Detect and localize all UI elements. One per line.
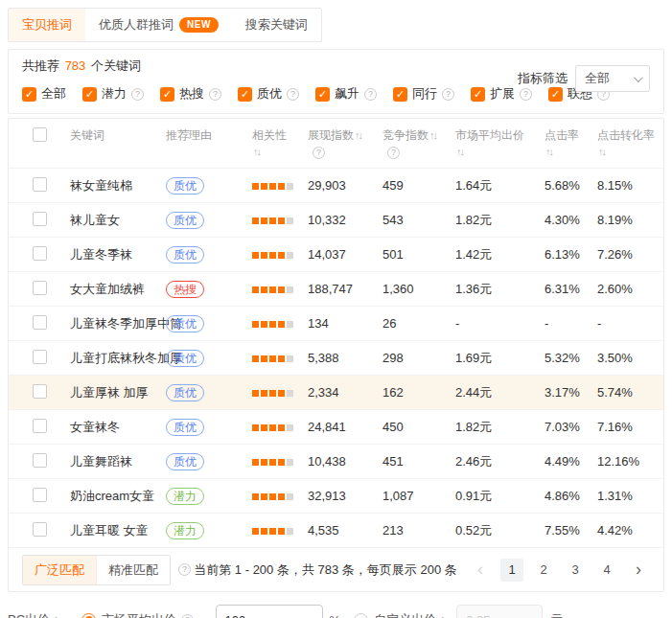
row-checkbox[interactable] <box>33 488 47 502</box>
table-row[interactable]: 儿童袜冬季加厚中筒 质优 134 26 - - - <box>9 306 663 340</box>
relevance-square <box>278 217 285 224</box>
page-number-4[interactable]: 4 <box>595 559 618 582</box>
page-number-1[interactable]: 1 <box>500 559 523 582</box>
tab-crowd-keywords[interactable]: 优质人群推词 NEW <box>85 9 232 41</box>
table-row[interactable]: 儿童冬季袜 质优 14,037 501 1.42元 6.13% 7.26% <box>9 237 663 271</box>
select-all-checkbox[interactable] <box>33 127 47 142</box>
table-row[interactable]: 儿童打底袜秋冬加厚 质优 5,388 298 1.69元 5.32% 3.50% <box>9 340 663 375</box>
pc-bid-label: PC出价： <box>8 611 62 618</box>
cvr-cell: 12.16% <box>597 454 663 469</box>
filter-checkbox[interactable]: ✓ 全部 <box>22 85 66 103</box>
help-icon[interactable]: ? <box>313 147 325 159</box>
filter-checkbox-label: 全部 <box>41 85 66 103</box>
col-ctr[interactable]: 点击率 ↑↓ <box>545 127 597 160</box>
filter-checkbox[interactable]: ✓ 潜力 ? <box>82 85 144 103</box>
keyword-cell: 儿童冬季袜 <box>70 246 166 263</box>
row-checkbox[interactable] <box>33 419 47 433</box>
help-icon[interactable]: ? <box>131 88 144 101</box>
checkbox-checked-icon[interactable]: ✓ <box>82 87 97 102</box>
sort-icon[interactable]: ↑↓ <box>598 146 605 157</box>
cvr-cell: 8.19% <box>597 213 663 227</box>
row-checkbox[interactable] <box>33 246 47 261</box>
competition-cell: 298 <box>382 351 455 365</box>
bid-percent-input[interactable] <box>216 605 323 618</box>
relevance-square <box>269 321 276 328</box>
market-bid-radio[interactable] <box>81 613 96 618</box>
filter-checkbox[interactable]: ✓ 热搜 ? <box>160 85 221 103</box>
broad-match-button[interactable]: 广泛匹配 <box>23 556 96 584</box>
avg-bid-cell: 1.82元 <box>455 419 545 436</box>
exact-match-button[interactable]: 精准匹配 <box>96 556 170 584</box>
table-row[interactable]: 袜女童纯棉 质优 29,903 459 1.64元 5.68% 8.15% <box>9 168 663 202</box>
sort-icon[interactable]: ↑↓ <box>456 146 463 157</box>
col-keyword[interactable]: 关键词 <box>70 127 166 144</box>
help-icon[interactable]: ? <box>364 88 377 101</box>
table-row[interactable]: 女大童加绒裤 热搜 188,747 1,360 1.36元 6.31% 2.60… <box>9 271 663 306</box>
filter-checkbox[interactable]: ✓ 同行 ? <box>393 85 454 103</box>
col-avg-bid[interactable]: 市场平均出价 ↑↓ <box>455 127 545 160</box>
filter-checkbox[interactable]: ✓ 飙升 ? <box>315 85 377 103</box>
tab-item-recommend[interactable]: 宝贝推词 <box>9 9 85 41</box>
checkbox-checked-icon[interactable]: ✓ <box>315 87 330 102</box>
custom-bid-radio[interactable] <box>354 613 368 618</box>
table-row[interactable]: 儿童厚袜 加厚 质优 2,334 162 2.44元 3.17% 5.74% <box>9 375 663 409</box>
help-icon[interactable]: ? <box>209 88 221 101</box>
table-row[interactable]: 奶油cream女童 潜力 32,913 1,087 0.91元 4.86% 1.… <box>9 478 663 513</box>
filter-checkbox[interactable]: ✓ 质优 ? <box>238 85 299 103</box>
table-row[interactable]: 儿童耳暖 女童 潜力 4,535 213 0.52元 7.55% 4.42% <box>9 513 663 547</box>
relevance-square <box>261 493 267 500</box>
checkbox-checked-icon[interactable]: ✓ <box>22 87 36 102</box>
metric-filter-select[interactable]: 全部 <box>575 65 650 92</box>
help-icon[interactable]: ? <box>387 147 400 159</box>
reason-badge: 潜力 <box>166 522 204 539</box>
col-cvr[interactable]: 点击转化率 ↑↓ <box>597 127 663 160</box>
row-checkbox[interactable] <box>33 384 47 399</box>
relevance-square <box>252 321 259 328</box>
relevance-square <box>278 252 285 259</box>
checkbox-checked-icon[interactable]: ✓ <box>238 87 252 102</box>
table-row[interactable]: 儿童舞蹈袜 质优 10,438 451 2.46元 4.49% 12.16% <box>9 444 663 478</box>
sort-icon[interactable]: ↑↓ <box>355 129 361 141</box>
help-icon[interactable]: ? <box>287 88 299 101</box>
checkbox-checked-icon[interactable]: ✓ <box>471 87 485 102</box>
sort-icon[interactable]: ↑↓ <box>253 146 260 157</box>
help-icon[interactable]: ? <box>178 563 191 576</box>
avg-bid-cell: 1.69元 <box>455 350 545 367</box>
next-page-icon[interactable]: › <box>627 559 650 582</box>
checkbox-checked-icon[interactable]: ✓ <box>160 87 174 102</box>
page-number-3[interactable]: 3 <box>564 559 587 582</box>
row-checkbox[interactable] <box>33 350 47 364</box>
keyword-cell: 袜儿童女 <box>70 212 166 229</box>
relevance-square <box>278 424 285 431</box>
row-checkbox[interactable] <box>33 212 47 226</box>
impression-cell: 14,037 <box>308 247 382 262</box>
row-checkbox[interactable] <box>33 453 47 468</box>
col-impression[interactable]: 展现指数↑↓ ? <box>308 127 382 160</box>
table-row[interactable]: 袜儿童女 质优 10,332 543 1.82元 4.30% 8.19% <box>9 202 663 237</box>
filter-checkbox-label: 飙升 <box>335 85 359 103</box>
table-row[interactable]: 女童袜冬 质优 24,841 450 1.82元 7.03% 7.16% <box>9 409 663 444</box>
col-relevance[interactable]: 相关性 ↑↓ <box>252 127 308 160</box>
sort-icon[interactable]: ↑↓ <box>429 129 436 141</box>
checkbox-checked-icon[interactable]: ✓ <box>393 87 407 102</box>
page-number-2[interactable]: 2 <box>532 559 555 582</box>
keyword-cell: 儿童厚袜 加厚 <box>70 384 166 401</box>
sort-icon[interactable]: ↑↓ <box>545 146 552 157</box>
row-checkbox[interactable] <box>33 522 47 537</box>
pagination-info: 当前第 1 - 200 条，共 783 条，每页展示 200 条 <box>191 561 460 579</box>
help-icon[interactable]: ? <box>181 614 194 618</box>
impression-cell: 188,747 <box>308 282 382 296</box>
tab-search-keywords[interactable]: 搜索关键词 <box>232 9 321 41</box>
cvr-cell: 7.26% <box>597 247 663 262</box>
prev-page-icon[interactable]: ‹ <box>469 559 492 582</box>
ctr-cell: 6.31% <box>545 282 597 296</box>
custom-bid-input[interactable] <box>456 605 543 618</box>
col-competition[interactable]: 竞争指数↑↓ ? <box>382 127 455 160</box>
row-checkbox[interactable] <box>33 315 47 330</box>
relevance-indicator <box>252 282 308 296</box>
row-checkbox[interactable] <box>33 281 47 295</box>
row-checkbox[interactable] <box>33 177 47 192</box>
relevance-square <box>261 424 267 431</box>
help-icon[interactable]: ? <box>442 88 454 101</box>
col-reason[interactable]: 推荐理由 <box>166 127 252 144</box>
